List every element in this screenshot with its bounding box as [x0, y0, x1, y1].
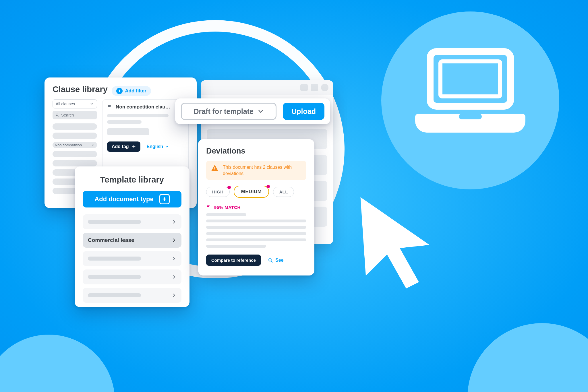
template-row-label: Commercial lease [88, 237, 134, 243]
severity-all-label: ALL [279, 189, 288, 194]
severity-high-button[interactable]: HIGH [206, 187, 230, 197]
svg-line-4 [58, 116, 59, 117]
svg-rect-2 [459, 114, 482, 119]
template-row-commercial-lease[interactable]: Commercial lease [83, 233, 181, 248]
severity-all-button[interactable]: ALL [273, 187, 294, 197]
notification-dot [266, 185, 270, 188]
language-link[interactable]: English [147, 144, 169, 149]
add-document-label: Add document type [94, 195, 153, 203]
add-document-type-button[interactable]: Add document type + [83, 191, 181, 207]
topbar-avatar [321, 84, 328, 91]
search-input[interactable]: Search [53, 111, 97, 119]
list-item[interactable] [53, 151, 97, 157]
plus-icon [132, 145, 136, 149]
template-library-card: Template library Add document type + Com… [75, 166, 189, 307]
clause-filter-value: All clauses [56, 102, 75, 106]
text-placeholder [206, 213, 246, 216]
upload-button[interactable]: Upload [283, 103, 324, 120]
plus-icon: + [116, 88, 123, 94]
see-label: See [275, 258, 283, 263]
chevron-right-icon [172, 256, 176, 261]
draft-template-label: Draft for template [194, 107, 253, 116]
match-badge: 95% MATCH [206, 205, 306, 210]
compare-button[interactable]: Compare to reference [206, 255, 261, 266]
severity-medium-label: MEDIUM [241, 189, 262, 194]
chevron-right-icon [172, 293, 176, 298]
bg-circle-bottom-right [467, 323, 588, 392]
svg-point-3 [56, 114, 58, 116]
text-placeholder [88, 293, 141, 297]
chevron-right-icon [91, 143, 95, 147]
language-label: English [147, 144, 163, 149]
list-item[interactable] [53, 123, 97, 130]
svg-rect-5 [214, 167, 215, 169]
text-placeholder [88, 275, 141, 279]
svg-rect-1 [440, 61, 500, 96]
template-row[interactable] [83, 214, 181, 229]
laptop-icon [410, 46, 531, 138]
deviations-alert-text: This document has 2 clauses with deviati… [223, 164, 302, 176]
search-placeholder: Search [61, 113, 74, 117]
warning-icon [211, 164, 219, 172]
cursor-icon [345, 187, 451, 294]
text-placeholder [107, 128, 149, 135]
deviations-card: Deviations This document has 2 clauses w… [198, 139, 314, 275]
text-placeholder [206, 226, 306, 229]
list-item[interactable] [53, 160, 97, 166]
clause-filter-dropdown[interactable]: All clauses [53, 99, 97, 108]
svg-rect-6 [214, 170, 215, 170]
svg-line-8 [271, 261, 272, 262]
add-tag-button[interactable]: Add tag [107, 141, 140, 152]
chevron-right-icon [172, 238, 176, 242]
add-tag-label: Add tag [112, 144, 129, 149]
flag-icon [206, 205, 211, 210]
text-placeholder [206, 220, 306, 222]
text-placeholder [107, 114, 169, 117]
upload-bar: Draft for template Upload [175, 98, 330, 124]
text-placeholder [206, 238, 306, 241]
flag-icon [107, 104, 113, 110]
bg-circle-bottom-left [0, 335, 115, 392]
severity-medium-button[interactable]: MEDIUM [234, 186, 269, 198]
search-icon [55, 113, 59, 117]
plus-icon: + [159, 194, 170, 204]
template-row[interactable] [83, 288, 181, 303]
chevron-right-icon [172, 275, 176, 279]
list-item[interactable] [53, 133, 97, 139]
draft-template-dropdown[interactable]: Draft for template [181, 103, 276, 120]
list-item-non-competition[interactable]: Non competition [53, 142, 97, 148]
notification-dot [227, 186, 231, 189]
chevron-down-icon [258, 108, 264, 115]
clause-name: Non competition clau… [116, 104, 170, 110]
match-label: 95% MATCH [214, 205, 241, 210]
add-filter-button[interactable]: + Add filter [112, 86, 151, 96]
chevron-right-icon [172, 220, 176, 224]
text-placeholder [206, 232, 306, 235]
text-placeholder [88, 257, 141, 261]
add-filter-label: Add filter [125, 88, 146, 94]
window-topbar [201, 80, 333, 95]
text-placeholder [88, 220, 141, 224]
chevron-down-icon [90, 102, 94, 106]
topbar-icon [300, 84, 308, 91]
clause-library-title: Clause library [53, 85, 108, 94]
template-library-title: Template library [83, 175, 181, 185]
chevron-down-icon [165, 145, 169, 149]
list-item-label: Non competition [55, 143, 82, 147]
deviations-alert: This document has 2 clauses with deviati… [206, 161, 306, 180]
topbar-icon [311, 84, 318, 91]
text-placeholder [107, 120, 142, 124]
see-link[interactable]: See [268, 258, 283, 263]
severity-high-label: HIGH [212, 189, 224, 194]
text-placeholder [206, 245, 266, 248]
template-row[interactable] [83, 251, 181, 266]
template-row[interactable] [83, 269, 181, 284]
search-icon [268, 258, 273, 263]
deviations-title: Deviations [206, 147, 306, 156]
upload-label: Upload [291, 107, 316, 116]
compare-label: Compare to reference [211, 258, 256, 263]
